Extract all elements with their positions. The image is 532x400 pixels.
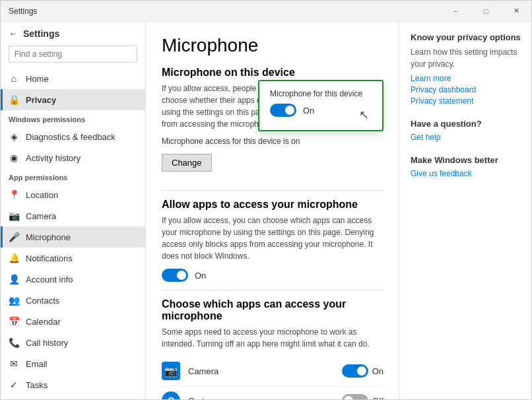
overlay-title: Microphone for this device: [270, 89, 372, 98]
email-nav-icon: ✉: [9, 358, 19, 369]
sidebar-item-home[interactable]: ⌂ Home: [1, 68, 145, 89]
minimize-button[interactable]: −: [440, 1, 471, 22]
sidebar-item-callhistory[interactable]: 📞 Call history: [1, 332, 145, 353]
camera-nav-icon: 📷: [9, 211, 19, 221]
section2-desc: If you allow access, you can choose whic…: [162, 215, 383, 262]
right-panel-title-1: Know your privacy options: [411, 32, 521, 42]
callhistory-nav-icon: 📞: [9, 337, 19, 348]
sidebar-item-account[interactable]: 👤 Account info: [1, 269, 145, 290]
sidebar-account-label: Account info: [26, 275, 73, 284]
sidebar-item-microphone[interactable]: 🎤 Microphone: [1, 226, 145, 248]
get-help-link[interactable]: Get help: [411, 133, 521, 142]
sidebar-tasks-label: Tasks: [26, 380, 48, 390]
section-choose-apps: Choose which apps can access your microp…: [162, 298, 383, 399]
sidebar-email-label: Email: [26, 359, 48, 369]
privacy-dashboard-link[interactable]: Privacy dashboard: [411, 85, 521, 94]
overlay-toggle[interactable]: [270, 104, 296, 117]
tasks-nav-icon: ✓: [9, 380, 19, 390]
windows-permissions-label: Windows permissions: [1, 110, 145, 126]
sidebar-item-contacts[interactable]: 👥 Contacts: [1, 290, 145, 311]
sidebar-privacy-label: Privacy: [26, 95, 56, 105]
maximize-button[interactable]: □: [471, 1, 501, 22]
camera-app-name-wrap: Camera: [188, 366, 342, 376]
sidebar-item-diagnostics[interactable]: ◈ Diagnostics & feedback: [1, 126, 145, 147]
sidebar: ← Settings ⌂ Home 🔒 Privacy Windows perm…: [1, 22, 146, 399]
cortana-toggle-label: Off: [372, 396, 383, 400]
sidebar-item-calendar[interactable]: 📅 Calendar: [1, 311, 145, 332]
camera-toggle-label: On: [372, 366, 383, 376]
sidebar-item-email[interactable]: ✉ Email: [1, 353, 145, 374]
section-allow-apps: Allow apps to access your microphone If …: [162, 199, 383, 282]
calendar-nav-icon: 📅: [9, 316, 19, 327]
sidebar-callhistory-label: Call history: [26, 338, 68, 348]
sidebar-microphone-label: Microphone: [26, 232, 71, 242]
allow-apps-toggle[interactable]: [162, 269, 188, 282]
sidebar-app-title: Settings: [23, 28, 59, 39]
window-controls: − □ ✕: [440, 1, 531, 22]
main-content: Microphone Microphone on this device If …: [146, 22, 399, 399]
section2-toggle-label: On: [195, 271, 206, 281]
section3-title: Choose which apps can access your microp…: [162, 298, 383, 322]
sidebar-item-home-label: Home: [26, 74, 49, 84]
sidebar-item-tasks[interactable]: ✓ Tasks: [1, 374, 145, 395]
section3-desc: Some apps need to access your microphone…: [162, 326, 383, 350]
sidebar-diagnostics-label: Diagnostics & feedback: [26, 132, 116, 142]
app-permissions-label: App permissions: [1, 168, 145, 184]
home-icon: ⌂: [9, 73, 19, 84]
sidebar-section-privacy[interactable]: 🔒 Privacy: [1, 89, 145, 110]
camera-app-toggle[interactable]: [342, 364, 368, 378]
sidebar-notifications-label: Notifications: [26, 253, 73, 263]
sidebar-item-activity[interactable]: ◉ Activity history: [1, 147, 145, 168]
learn-more-link[interactable]: Learn more: [411, 74, 521, 83]
privacy-statement-link[interactable]: Privacy statement: [411, 96, 521, 106]
app-row-camera: 📷 Camera On: [162, 356, 383, 386]
sidebar-item-messaging[interactable]: 💬 Messaging: [1, 395, 145, 399]
cortana-app-name-wrap: Cortana: [188, 396, 342, 400]
cortana-app-toggle[interactable]: [342, 394, 368, 399]
location-icon: 📍: [9, 189, 19, 200]
main-with-overlay: Microphone for this device On ↖ Micropho…: [146, 22, 531, 399]
sidebar-item-notifications[interactable]: 🔔 Notifications: [1, 248, 145, 269]
give-feedback-link[interactable]: Give us feedback: [411, 169, 521, 178]
search-input[interactable]: [9, 46, 137, 63]
back-button[interactable]: ←: [9, 28, 18, 39]
privacy-icon: 🔒: [9, 94, 19, 105]
right-panel-question: Have a question? Get help: [411, 119, 521, 142]
window-title: Settings: [9, 7, 37, 16]
overlay-toggle-label: On: [303, 106, 314, 116]
cortana-toggle-wrap: Off: [342, 394, 383, 399]
app-row-cortana: C Cortana Off: [162, 386, 383, 399]
cortana-app-name: Cortana: [188, 396, 342, 400]
diagnostics-icon: ◈: [9, 131, 19, 142]
section2-title: Allow apps to access your microphone: [162, 199, 383, 211]
right-panel-feedback: Make Windows better Give us feedback: [411, 155, 521, 178]
device-status-text: Microphone access for this device is on: [162, 137, 383, 146]
right-panel-title-2: Have a question?: [411, 119, 521, 129]
right-panel-title-3: Make Windows better: [411, 155, 521, 165]
right-panel: Know your privacy options Learn how this…: [399, 22, 531, 399]
sidebar-item-location[interactable]: 📍 Location: [1, 184, 145, 205]
sidebar-location-label: Location: [26, 190, 58, 200]
section2-toggle-row: On: [162, 269, 383, 282]
sidebar-header: ← Settings: [1, 22, 145, 46]
settings-window: Settings − □ ✕ ← Settings ⌂ Home 🔒: [0, 0, 532, 400]
sidebar-camera-label: Camera: [26, 211, 56, 221]
close-button[interactable]: ✕: [501, 1, 531, 22]
microphone-nav-icon: 🎤: [9, 232, 19, 242]
sidebar-search-container: [9, 46, 137, 63]
camera-app-icon: 📷: [162, 362, 180, 380]
sidebar-calendar-label: Calendar: [26, 317, 61, 327]
divider1: [162, 190, 383, 191]
section1-title: Microphone on this device: [162, 67, 383, 79]
content-area: ← Settings ⌂ Home 🔒 Privacy Windows perm…: [1, 22, 531, 399]
overlay-popup: Microphone for this device On ↖: [258, 80, 383, 131]
cortana-app-icon: C: [162, 391, 180, 399]
change-button[interactable]: Change: [162, 154, 212, 172]
right-panel-desc-1: Learn how this setting impacts your priv…: [411, 46, 521, 70]
page-title: Microphone: [162, 35, 383, 56]
camera-app-name: Camera: [188, 366, 342, 376]
sidebar-item-camera[interactable]: 📷 Camera: [1, 205, 145, 226]
sidebar-contacts-label: Contacts: [26, 296, 59, 306]
titlebar: Settings − □ ✕: [1, 1, 531, 22]
overlay-toggle-row: On: [270, 104, 372, 117]
